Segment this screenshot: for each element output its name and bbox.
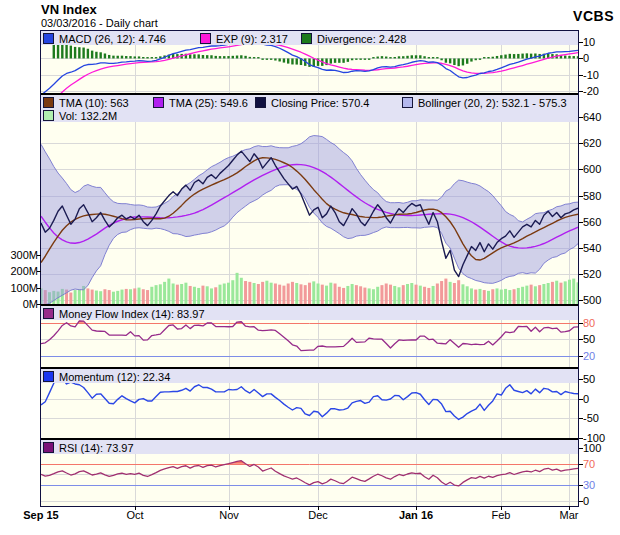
y-axis-label: 50: [583, 333, 595, 345]
y-axis-label: -20: [583, 85, 599, 97]
panel-rsi: RSI (14): 73.97: [41, 440, 578, 506]
legend-label: Bollinger (20, 2): 532.1 - 575.3: [418, 97, 567, 109]
y-axis-label: -50: [583, 412, 599, 424]
legend-label: EXP (9): 2.317: [216, 33, 288, 45]
legend-swatch-icon: [43, 33, 54, 44]
y-axis-label: 100: [583, 442, 601, 454]
legend-item: TMA (10): 563: [43, 96, 129, 109]
legend-swatch-icon: [43, 110, 54, 121]
rsi-legend: RSI (14): 73.97: [41, 440, 578, 454]
legend-label: TMA (10): 563: [59, 97, 129, 109]
y-axis-label: 70: [583, 458, 595, 470]
legend-swatch-icon: [43, 442, 54, 453]
legend-item: Vol: 132.2M: [43, 109, 117, 122]
y-axis-label: 640: [583, 111, 601, 123]
legend-item: Divergence: 2.428: [301, 32, 406, 45]
y-axis-label: 0: [583, 52, 589, 64]
chart-frame: MACD (26, 12): 4.746EXP (9): 2.317Diverg…: [40, 30, 579, 507]
mfi-legend: Money Flow Index (14): 83.97: [41, 306, 578, 320]
y-axis-label: 500: [583, 294, 601, 306]
price-canvas: [41, 95, 578, 304]
legend-swatch-icon: [402, 97, 413, 108]
momentum-legend: Momentum (12): 22.34: [41, 369, 578, 383]
volume-axis-label: 0M: [2, 298, 38, 310]
legend-label: Divergence: 2.428: [317, 33, 406, 45]
legend-item: Closing Price: 570.4: [255, 96, 369, 109]
y-axis-label: 30: [583, 479, 595, 491]
panel-momentum: Momentum (12): 22.34: [41, 369, 578, 438]
legend-item: EXP (9): 2.317: [200, 32, 288, 45]
y-axis-label: 0: [583, 495, 589, 507]
y-axis-label: 10: [583, 36, 595, 48]
y-axis-label: 520: [583, 268, 601, 280]
chart-window: VN Index 03/03/2016 - Daily chart VCBS M…: [0, 0, 620, 535]
page-title: VN Index: [41, 2, 97, 17]
legend-label: RSI (14): 73.97: [59, 442, 134, 454]
legend-item: TMA (25): 549.6: [153, 96, 248, 109]
panel-price: TMA (10): 563TMA (25): 549.6Closing Pric…: [41, 95, 578, 304]
y-axis-label: 80: [583, 317, 595, 329]
y-axis-label: 50: [583, 373, 595, 385]
y-axis-label: 600: [583, 163, 601, 175]
panel-mfi: Money Flow Index (14): 83.97: [41, 306, 578, 367]
y-axis-label: 560: [583, 216, 601, 228]
legend-label: Vol: 132.2M: [59, 110, 117, 122]
legend-swatch-icon: [43, 371, 54, 382]
price-legend: TMA (10): 563TMA (25): 549.6Closing Pric…: [41, 95, 578, 122]
legend-label: Closing Price: 570.4: [271, 97, 369, 109]
macd-legend: MACD (26, 12): 4.746EXP (9): 2.317Diverg…: [41, 31, 578, 45]
y-axis-label: 0: [583, 393, 589, 405]
x-axis-label: Oct: [110, 509, 160, 521]
x-axis-label: Mar: [544, 509, 594, 521]
x-axis-label: Nov: [204, 509, 254, 521]
panel-macd: MACD (26, 12): 4.746EXP (9): 2.317Diverg…: [41, 31, 578, 93]
x-axis-label: Dec: [293, 509, 343, 521]
legend-label: Money Flow Index (14): 83.97: [59, 308, 205, 320]
legend-item: Money Flow Index (14): 83.97: [43, 307, 205, 320]
legend-swatch-icon: [255, 97, 266, 108]
x-axis-label: Jan 16: [391, 509, 441, 521]
y-axis-label: -10: [583, 69, 599, 81]
legend-item: MACD (26, 12): 4.746: [43, 32, 166, 45]
legend-swatch-icon: [153, 97, 164, 108]
volume-axis-label: 100M: [2, 282, 38, 294]
legend-item: RSI (14): 73.97: [43, 441, 134, 454]
legend-swatch-icon: [43, 308, 54, 319]
x-axis-label: Feb: [476, 509, 526, 521]
legend-label: MACD (26, 12): 4.746: [59, 33, 166, 45]
legend-item: Momentum (12): 22.34: [43, 370, 170, 383]
legend-item: Bollinger (20, 2): 532.1 - 575.3: [402, 96, 567, 109]
brand-logo: VCBS: [573, 8, 614, 24]
y-axis-label: 580: [583, 190, 601, 202]
y-axis-label: 20: [583, 350, 595, 362]
legend-label: TMA (25): 549.6: [169, 97, 248, 109]
legend-swatch-icon: [301, 33, 312, 44]
legend-swatch-icon: [43, 97, 54, 108]
y-axis-label: 620: [583, 137, 601, 149]
x-axis-label: Sep 15: [16, 509, 66, 521]
legend-label: Momentum (12): 22.34: [59, 371, 170, 383]
y-axis-label: 540: [583, 242, 601, 254]
legend-swatch-icon: [200, 33, 211, 44]
chart-date-label: 03/03/2016 - Daily chart: [41, 17, 158, 29]
volume-axis-label: 200M: [2, 265, 38, 277]
volume-axis-label: 300M: [2, 249, 38, 261]
